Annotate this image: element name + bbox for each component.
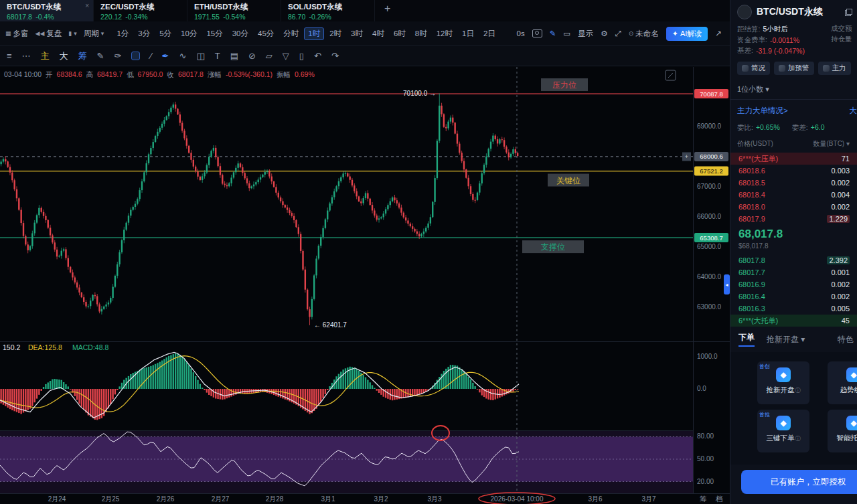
close-tab-icon[interactable]: × [85, 2, 89, 9]
ratio-label: 委比: [737, 123, 753, 133]
undo-icon[interactable]: ↶ [314, 52, 321, 60]
calendar-icon[interactable]: ▤ [230, 52, 238, 60]
tab-price: 220.12 -0.34% [100, 13, 180, 21]
select-tool-icon[interactable] [131, 52, 140, 60]
ask-row[interactable]: 68018.00.002 [730, 201, 857, 213]
eraser-icon[interactable]: ▱ [266, 52, 272, 60]
feature-icon: ◆ [846, 367, 857, 382]
feature-card[interactable]: ◆智能托管ⓘ [828, 410, 857, 452]
ask-row[interactable]: 68017.91.229 [730, 213, 857, 225]
symbol-tab[interactable]: BTC/USDT永续68017.8 -0.4%× [0, 0, 94, 21]
sparkle-icon: ✦ [672, 29, 678, 38]
candle-style-dropdown[interactable]: ▮ ▾ [68, 30, 76, 37]
tab-new-listing[interactable]: 抢新开盘 ▾ [767, 334, 805, 345]
timeframe-button[interactable]: 1分 [112, 27, 133, 40]
timeframe-button[interactable]: 4时 [368, 27, 388, 40]
svg-text:80.00: 80.00 [697, 432, 714, 440]
symbol-tab[interactable]: SOL/USDT永续86.70 -0.26% [281, 0, 375, 21]
pencil-tool-icon[interactable]: ✎ [97, 52, 104, 60]
price-header: 价格(USDT) [737, 139, 773, 149]
timeframe-button[interactable]: 2时 [325, 27, 345, 40]
replay-button[interactable]: ◀◀ 复盘 [35, 29, 62, 39]
line-tool-icon[interactable]: ∕ [150, 52, 151, 60]
chip-distribution-button[interactable]: 筹 [78, 52, 87, 60]
ask-row[interactable]: 68018.60.003 [730, 165, 857, 177]
info-icon: ⓘ [795, 388, 801, 394]
bid-row[interactable]: 68016.30.005 [730, 303, 857, 315]
menu-icon[interactable]: ≡ [7, 52, 12, 60]
bid-row[interactable]: 68016.90.002 [730, 278, 857, 290]
more-icon[interactable]: ⋯ [22, 52, 31, 60]
timeframe-button[interactable]: 10分 [177, 27, 201, 40]
login-authorize-button[interactable]: 已有账户，立即授权 [741, 470, 857, 494]
share-icon[interactable]: ↗ [715, 29, 722, 38]
svg-text:3月6: 3月6 [588, 495, 603, 503]
feature-card[interactable]: 首推◆三键下单ⓘ [757, 410, 809, 452]
svg-text:压力位: 压力位 [552, 80, 576, 90]
ai-analysis-button[interactable]: ✦ AI解读 [666, 27, 708, 41]
popout-icon[interactable] [845, 9, 852, 16]
ohlc-field: 开 [46, 70, 53, 80]
attach-icon[interactable]: ⊘ [248, 52, 256, 60]
symbol-tab[interactable]: ETH/USDT永续1971.55 -0.54% [187, 0, 281, 21]
ask-row[interactable]: 68018.40.004 [730, 189, 857, 201]
timeframe-button[interactable]: 15分 [202, 27, 226, 40]
stat-label: 距结算: [737, 25, 760, 34]
bid-row[interactable]: 68017.70.001 [730, 266, 857, 278]
display-settings-button[interactable]: 显示 [578, 29, 593, 39]
period-dropdown[interactable]: 周期 ▾ [84, 29, 104, 39]
pen-tool-icon[interactable]: ✒ [162, 52, 169, 60]
svg-text:50.00: 50.00 [697, 455, 714, 463]
big-sell-order-row[interactable]: 6***(大压单)71 [730, 153, 857, 165]
text-tool-icon[interactable]: T [215, 52, 220, 60]
timeframe-button[interactable]: 12时 [433, 27, 457, 40]
bid-row[interactable]: 68017.82.392 [730, 254, 857, 266]
camera-icon[interactable] [532, 29, 542, 37]
panel-button[interactable]: 简况 [737, 62, 770, 75]
big-buy-order-row[interactable]: 6***(大托单)45 [730, 315, 857, 327]
brush-tool-icon[interactable]: ✑ [114, 52, 122, 60]
refresh-interval-label[interactable]: 0s [517, 29, 525, 37]
timeframe-button[interactable]: 8时 [411, 27, 431, 40]
feature-card[interactable]: 首创◆抢新开盘ⓘ [757, 361, 809, 404]
panel-button[interactable]: 加预警 [774, 62, 814, 75]
timeframe-button[interactable]: 3分 [134, 27, 154, 40]
gear-icon[interactable]: ⚙ [601, 29, 607, 38]
ask-row[interactable]: 68018.50.002 [730, 177, 857, 189]
pattern-tool-icon[interactable]: ◫ [196, 52, 204, 60]
ohlc-field: -0.53%(-360.1) [226, 70, 272, 80]
main-chart-button[interactable]: 主 [41, 52, 50, 60]
tab-place-order[interactable]: 下单 [738, 332, 755, 347]
timeframe-button[interactable]: 5分 [155, 27, 175, 40]
symbol-tab[interactable]: ZEC/USDT永续220.12 -0.34% [94, 0, 187, 21]
add-tab-button[interactable]: + [375, 0, 400, 21]
timeframe-button[interactable]: 1时 [304, 27, 324, 40]
book-qty: 0.002 [831, 280, 850, 288]
annotate-pencil-icon[interactable]: ✎ [550, 29, 556, 38]
whale-orders-more[interactable]: 大 [850, 106, 857, 116]
layout-name-button[interactable]: ⊙ 未命名 [629, 29, 659, 39]
multi-window-button[interactable]: ▦ 多窗 [5, 29, 29, 39]
timeframe-button[interactable]: 30分 [228, 27, 252, 40]
timeframe-button[interactable]: 1日 [458, 27, 478, 40]
large-view-button[interactable]: 大 [60, 52, 68, 60]
panel-button[interactable]: 主力 [818, 62, 851, 75]
redo-icon[interactable]: ↷ [331, 52, 339, 60]
fullscreen-icon[interactable]: ⤢ [615, 29, 621, 38]
qty-header[interactable]: 数量(BTC) ▾ [813, 139, 850, 149]
timeframe-button[interactable]: 分时 [279, 27, 303, 40]
decimal-precision-dropdown[interactable]: 1位小数 ▾ [737, 84, 769, 94]
svg-text:20.00: 20.00 [697, 478, 714, 485]
trash-icon[interactable]: ▯ [299, 52, 304, 60]
timeframe-button[interactable]: 3时 [347, 27, 367, 40]
filter-icon[interactable]: ▽ [283, 52, 289, 60]
wave-tool-icon[interactable]: ∿ [179, 52, 186, 60]
timeframe-button[interactable]: 6时 [390, 27, 410, 40]
tab-featured[interactable]: 特色 [838, 334, 854, 345]
bid-row[interactable]: 68016.40.002 [730, 290, 857, 303]
timeframe-button[interactable]: 45分 [254, 27, 278, 40]
whale-orders-link[interactable]: 主力大单情况> [737, 106, 788, 116]
timeframe-button[interactable]: 2日 [479, 27, 499, 40]
chat-bubble-icon[interactable]: ▭ [563, 29, 570, 38]
feature-card[interactable]: ◆趋势线ⓘ [828, 361, 857, 404]
